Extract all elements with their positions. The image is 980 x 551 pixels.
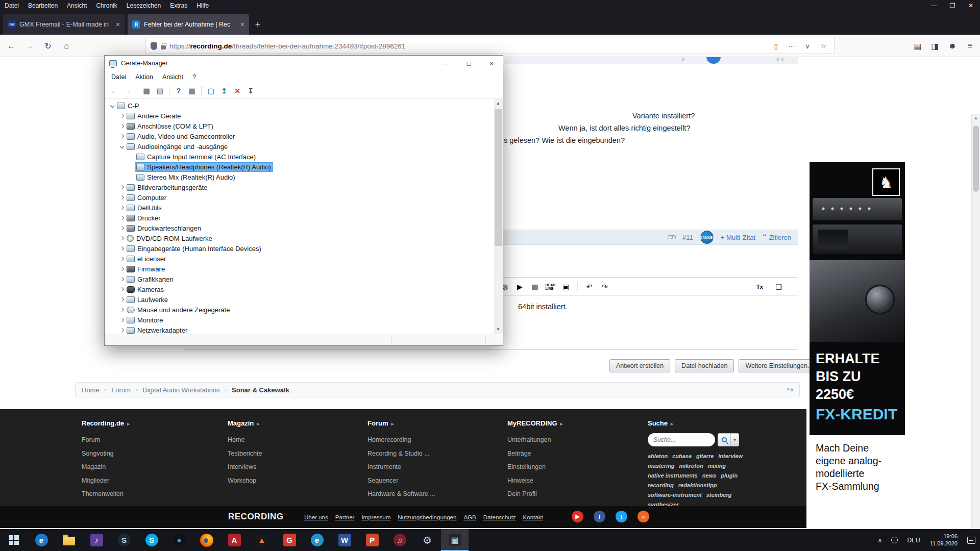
chevron-collapsed-icon[interactable] xyxy=(118,206,126,209)
legal-link[interactable]: Impressum xyxy=(361,514,390,520)
tree-item-row[interactable]: Netzwerkadapter xyxy=(126,326,189,334)
back-icon[interactable]: ← xyxy=(108,85,120,97)
tray-expand-icon[interactable]: ∧ xyxy=(873,529,887,551)
tree-item-row[interactable]: Anschlüsse (COM & LPT) xyxy=(126,122,215,131)
reload-button[interactable]: ↻ xyxy=(40,38,56,54)
reader-view-icon[interactable]: ▯ xyxy=(770,42,782,50)
forward-icon[interactable]: → xyxy=(121,85,134,97)
tree-item-row[interactable]: Drucker xyxy=(126,214,162,222)
tag-link[interactable]: ableton xyxy=(648,453,668,459)
menubar-item-chronik[interactable]: Chronik xyxy=(91,0,121,11)
tree-item-row[interactable]: Eingabegeräte (Human Interface Devices) xyxy=(126,244,263,253)
page-scrollbar[interactable]: ▲ ▼ xyxy=(971,114,980,529)
library-icon[interactable]: ▤ xyxy=(910,38,926,54)
footer-link[interactable]: Recording & Studio ... xyxy=(368,447,435,461)
chevron-collapsed-icon[interactable] xyxy=(118,186,126,189)
skype-icon[interactable]: S xyxy=(138,529,165,551)
tree-item-row[interactable]: Stereo Mix (Realtek(R) Audio) xyxy=(135,173,237,182)
tag-link[interactable]: mixing xyxy=(708,463,726,469)
tag-link[interactable]: interview xyxy=(718,453,743,459)
tree-item-row[interactable]: Firmware xyxy=(126,265,166,273)
tree-item-row[interactable]: Andere Geräte xyxy=(126,112,182,120)
tag-link[interactable]: mastering xyxy=(648,463,675,469)
menubar-item-hilfe[interactable]: Hilfe xyxy=(192,0,213,11)
media-icon[interactable]: ▶ xyxy=(514,281,526,292)
tree-item[interactable]: Kameras xyxy=(105,284,494,294)
chevron-collapsed-icon[interactable] xyxy=(118,257,126,260)
chevron-collapsed-icon[interactable] xyxy=(118,135,126,138)
footer-link[interactable]: Songvoting xyxy=(82,447,130,461)
search-button[interactable] xyxy=(718,433,731,446)
tag-link[interactable]: gitarre xyxy=(696,453,714,459)
chevron-collapsed-icon[interactable] xyxy=(118,114,126,117)
forward-button[interactable]: → xyxy=(21,38,38,54)
tree-item[interactable]: Computer xyxy=(105,192,494,203)
update-driver-icon[interactable]: ↥ xyxy=(218,85,230,97)
remove-format-icon[interactable]: Tx xyxy=(754,281,766,292)
device-manager-icon[interactable]: ▣ xyxy=(441,529,469,551)
tree-item[interactable]: Firmware xyxy=(105,264,494,274)
tree-item[interactable]: Speakers/Headphones (Realtek(R) Audio) xyxy=(105,162,494,172)
media-app-icon[interactable]: ♫ xyxy=(386,529,413,551)
hamburger-menu-icon[interactable]: ≡ xyxy=(962,38,978,54)
dm-menu-datei[interactable]: Datei xyxy=(107,73,131,81)
tab-recording-thread[interactable]: R Fehler bei der Aufnahme | Rec × xyxy=(128,14,249,35)
dm-menu-help[interactable]: ? xyxy=(188,73,201,81)
post-number[interactable]: #11 xyxy=(682,234,693,241)
tree-item-row[interactable]: Audio, Video und Gamecontroller xyxy=(126,132,236,141)
device-manager-titlebar[interactable]: Geräte-Manager — □ × xyxy=(105,56,503,71)
footer-column-header[interactable]: MyRECORDING▸ xyxy=(507,419,563,427)
post-nav-arrows-icon[interactable]: ∧∨ xyxy=(776,57,786,62)
tree-item-row[interactable]: Mäuse und andere Zeigegeräte xyxy=(126,306,231,314)
chevron-collapsed-icon[interactable] xyxy=(118,329,126,332)
footer-link[interactable]: Einstellungen xyxy=(507,460,563,474)
tree-item-row[interactable]: Computer xyxy=(126,193,168,202)
tracking-protection-shield-icon[interactable] xyxy=(151,42,157,50)
steam-icon[interactable]: S xyxy=(110,529,138,551)
twitter-icon[interactable]: t xyxy=(616,511,627,522)
clock[interactable]: 19:06 11.09.2020 xyxy=(925,533,963,547)
adobe-app-icon[interactable]: A xyxy=(220,529,248,551)
tag-link[interactable]: plugin xyxy=(721,472,738,479)
chevron-collapsed-icon[interactable] xyxy=(118,267,126,270)
tree-item[interactable]: Mäuse und andere Zeigegeräte xyxy=(105,305,494,315)
dm-menu-ansicht[interactable]: Ansicht xyxy=(158,73,188,81)
tree-item-row[interactable]: Laufwerke xyxy=(126,295,169,304)
tree-item[interactable]: Netzwerkadapter xyxy=(105,325,494,334)
footer-link[interactable]: Home xyxy=(228,433,262,447)
tree-item[interactable]: Drucker xyxy=(105,213,494,223)
advertisement[interactable]: ♞ ERHALTEBIS ZU2250€ FX-KREDIT Mach Dein… xyxy=(810,162,905,503)
tree-item[interactable]: Grafikkarten xyxy=(105,274,494,284)
tree-item-row[interactable]: DVD/CD-ROM-Laufwerke xyxy=(126,234,214,243)
reply-button[interactable]: Weitere Einstellungen... xyxy=(739,359,819,372)
breadcrumb-item[interactable]: Forum xyxy=(111,386,131,394)
tree-item-row[interactable]: Audioeingänge und -ausgänge xyxy=(126,142,229,151)
tree-item[interactable]: Andere Geräte xyxy=(105,111,494,121)
footer-link[interactable]: Workshop xyxy=(228,474,262,488)
legal-link[interactable]: Datenschutz xyxy=(483,514,516,520)
footer-column-header[interactable]: Recording.de▸ xyxy=(82,419,130,427)
multi-quote-link[interactable]: + Multi-Zitat xyxy=(721,234,755,241)
bookmark-star-icon[interactable]: ☆ xyxy=(817,42,829,50)
tree-scrollbar[interactable]: ▲ ▼ xyxy=(494,99,503,334)
photo-app-icon[interactable]: ▲ xyxy=(248,529,276,551)
tree-item-row[interactable]: DellUtils xyxy=(126,204,163,212)
facebook-icon[interactable]: f xyxy=(594,511,605,522)
chevron-collapsed-icon[interactable] xyxy=(118,288,126,291)
footer-link[interactable]: Dein Profil xyxy=(507,487,563,501)
music-app-icon[interactable]: ♪ xyxy=(83,529,110,551)
footer-link[interactable]: Hardware & Software ... xyxy=(368,487,435,501)
pocket-icon[interactable]: ∨ xyxy=(801,42,814,50)
tab-close-icon[interactable]: × xyxy=(240,20,244,29)
tree-item[interactable]: Stereo Mix (Realtek(R) Audio) xyxy=(105,172,494,182)
properties-icon[interactable]: ▤ xyxy=(154,85,166,97)
footer-link[interactable]: Instrumente xyxy=(368,460,435,474)
tree-item[interactable]: Eingabegeräte (Human Interface Devices) xyxy=(105,243,494,254)
window-maximize-button[interactable]: ❐ xyxy=(943,0,962,11)
menubar-item-ansicht[interactable]: Ansicht xyxy=(62,0,91,11)
help-icon[interactable]: ? xyxy=(173,85,185,97)
media-player-icon[interactable]: ● xyxy=(165,529,193,551)
legal-link[interactable]: Über uns xyxy=(304,514,328,520)
rss-icon[interactable]: » xyxy=(638,511,649,522)
breadcrumb-item[interactable]: Home xyxy=(82,386,100,394)
